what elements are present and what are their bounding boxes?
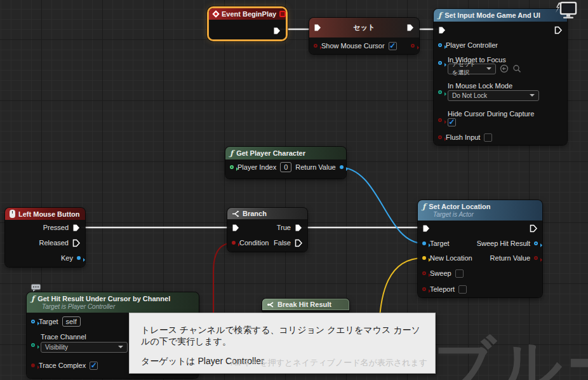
player-index-input[interactable]: 0 <box>280 162 291 172</box>
function-icon: ƒ <box>438 11 441 20</box>
pin-label: Return Value <box>295 163 335 171</box>
pin-label: Sweep Hit Result <box>477 240 530 247</box>
hide-cursor-checkbox[interactable] <box>448 118 456 126</box>
true-exec-pin[interactable] <box>295 224 303 232</box>
in-mouse-lock-mode-pin[interactable] <box>438 90 442 94</box>
exec-out-pin[interactable] <box>530 224 538 233</box>
node-set-header[interactable]: セット <box>309 18 419 37</box>
teleport-pin[interactable] <box>422 287 426 291</box>
node-set-show-mouse-cursor[interactable]: セット Show Mouse Cursor <box>309 18 419 54</box>
condition-pin[interactable] <box>232 241 236 245</box>
bool-in-pin[interactable] <box>314 44 317 48</box>
false-exec-pin[interactable] <box>295 239 303 247</box>
pin-label: Return Value <box>490 254 530 262</box>
asset-select-dropdown[interactable]: アセットを選択 <box>448 64 496 74</box>
tooltip-description: トレース チャンネルで検索する、コリジョン クエリをマウス カーソルの下で実行し… <box>141 325 424 348</box>
node-break-hit-result[interactable]: Break Hit Result <box>262 299 349 313</box>
pin-label: Key <box>61 254 73 262</box>
pin-label: True <box>277 224 291 231</box>
mouse-lock-mode-dropdown[interactable]: Do Not Lock <box>448 90 539 101</box>
pin-label: Show Mouse Cursor <box>321 42 385 50</box>
function-icon: ƒ <box>422 202 425 211</box>
in-widget-to-focus-pin[interactable] <box>438 61 442 65</box>
node-get-player-character-header[interactable]: ƒ Get Player Character <box>225 147 346 159</box>
show-mouse-cursor-checkbox[interactable] <box>389 42 397 50</box>
node-title: Set Actor Location <box>429 203 490 210</box>
pin-label: Flush Input <box>446 133 480 141</box>
hide-cursor-pin[interactable] <box>438 118 442 122</box>
node-comment-bubble-icon[interactable] <box>30 283 42 292</box>
trace-complex-pin[interactable] <box>31 363 35 367</box>
node-title: Get Hit Result Under Cursor by Channel <box>37 295 170 302</box>
node-title: Get Player Character <box>236 149 305 157</box>
node-get-player-character[interactable]: ƒ Get Player Character Player Index 0 Re… <box>225 147 346 179</box>
node-title: Event BeginPlay <box>222 10 276 18</box>
exec-in-pin[interactable] <box>422 224 431 233</box>
flush-input-checkbox[interactable] <box>484 133 492 142</box>
preview-monitor-icon <box>551 1 578 20</box>
released-exec-pin[interactable] <box>72 239 81 247</box>
exec-out-pin[interactable] <box>273 27 281 35</box>
trace-channel-dropdown[interactable]: Visibility <box>41 342 128 353</box>
pin-label: Target <box>39 318 58 325</box>
trace-complex-checkbox[interactable] <box>90 362 98 370</box>
node-set-actor-location-header[interactable]: ƒ Set Actor Location Target is Actor <box>418 200 542 221</box>
pin-label: New Location <box>430 254 472 262</box>
pin-label: Condition <box>239 239 269 247</box>
branch-icon <box>232 210 239 217</box>
exec-in-pin[interactable] <box>438 26 446 34</box>
node-branch-header[interactable]: Branch <box>227 208 307 219</box>
node-set-input-mode-header[interactable]: ƒ Set Input Mode Game And UI <box>434 9 567 22</box>
browse-asset-icon[interactable] <box>512 64 521 73</box>
pin-label: Trace Channel <box>41 333 86 341</box>
return-value-pin[interactable] <box>534 256 538 260</box>
node-get-hit-result-header[interactable]: ƒ Get Hit Result Under Cursor by Channel… <box>27 292 199 313</box>
node-set-actor-location[interactable]: ƒ Set Actor Location Target is Actor Tar… <box>418 200 542 297</box>
exec-in-pin[interactable] <box>314 24 322 32</box>
sweep-pin[interactable] <box>422 271 426 275</box>
node-set-input-mode[interactable]: ƒ Set Input Mode Game And UI Player Cont… <box>434 9 567 145</box>
node-event-beginplay[interactable]: Event BeginPlay <box>209 8 286 39</box>
player-index-pin[interactable] <box>230 165 234 169</box>
sweep-checkbox[interactable] <box>455 269 464 278</box>
node-event-beginplay-header[interactable]: Event BeginPlay <box>209 8 286 20</box>
use-selected-asset-icon[interactable] <box>500 64 509 73</box>
target-pin[interactable] <box>422 241 426 245</box>
event-icon <box>212 10 219 17</box>
key-pin[interactable] <box>77 256 81 260</box>
exec-out-pin[interactable] <box>554 26 563 34</box>
exec-in-pin[interactable] <box>232 224 240 232</box>
break-struct-icon <box>267 301 274 308</box>
node-tooltip: トレース チャンネルで検索する、コリジョン クエリをマウス カーソルの下で実行し… <box>129 313 436 374</box>
flush-input-pin[interactable] <box>438 135 442 139</box>
pressed-exec-pin[interactable] <box>72 224 81 232</box>
trace-channel-pin[interactable] <box>31 343 35 347</box>
mouse-icon <box>10 210 15 218</box>
player-controller-pin[interactable] <box>438 43 442 47</box>
exec-out-pin[interactable] <box>406 24 415 32</box>
node-left-mouse-button[interactable]: Left Mouse Button Pressed Released Key <box>5 208 85 267</box>
chevron-down-icon <box>530 94 535 97</box>
node-left-mouse-button-header[interactable]: Left Mouse Button <box>5 208 85 220</box>
node-branch[interactable]: Branch True Condition False <box>227 208 307 252</box>
blueprint-graph-canvas[interactable]: ブループ Event BeginPlay セット <box>0 0 588 380</box>
sweep-hit-result-pin[interactable] <box>534 241 538 245</box>
chevron-down-icon <box>486 67 491 70</box>
teleport-checkbox[interactable] <box>458 285 467 294</box>
bool-out-pin[interactable] <box>411 44 415 48</box>
new-location-pin[interactable] <box>422 256 426 260</box>
node-subtitle: Target is Actor <box>433 211 538 218</box>
pin-label: Released <box>39 239 69 247</box>
pin-label: In Mouse Lock Mode <box>448 82 512 90</box>
node-break-hit-result-header[interactable]: Break Hit Result <box>262 299 349 310</box>
pin-label: Player Controller <box>446 41 498 49</box>
pin-label: Target <box>430 240 450 247</box>
function-icon: ƒ <box>230 149 233 158</box>
node-title: Set Input Mode Game And UI <box>444 11 540 19</box>
tooltip-hint: Alt キーを押すとネイティブノード名が表示されます <box>231 357 427 369</box>
target-pin[interactable] <box>31 320 35 323</box>
node-title: Break Hit Result <box>277 301 331 308</box>
return-value-pin[interactable] <box>340 165 344 169</box>
no-loop-badge-icon <box>279 11 286 17</box>
node-title: Left Mouse Button <box>18 210 80 218</box>
